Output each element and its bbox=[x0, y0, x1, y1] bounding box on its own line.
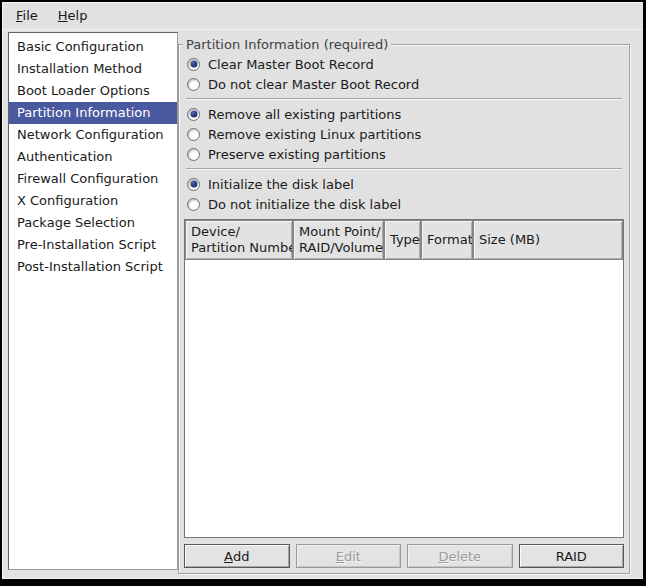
column-header-type-label: Type bbox=[390, 232, 415, 248]
separator bbox=[186, 98, 622, 100]
column-header-device-line1: Device/ bbox=[191, 224, 287, 240]
radio-initialize-disk-label[interactable]: Initialize the disk label bbox=[184, 174, 624, 194]
window-content: File Help Basic Configuration Installati… bbox=[2, 2, 643, 579]
sidebar-item-post-installation-script[interactable]: Post-Installation Script bbox=[9, 256, 177, 278]
menu-help-mnemonic: H bbox=[58, 8, 68, 23]
radio-preserve-partitions-label: Preserve existing partitions bbox=[208, 147, 386, 162]
delete-button[interactable]: Delete bbox=[407, 544, 513, 568]
column-header-size[interactable]: Size (MB) bbox=[473, 220, 623, 260]
column-header-mount-point-line2: RAID/Volume bbox=[299, 240, 378, 256]
column-header-mount-point-line1: Mount Point/ bbox=[299, 224, 378, 240]
add-button[interactable]: Add bbox=[184, 544, 290, 568]
menu-help-label: elp bbox=[68, 8, 88, 23]
radio-do-not-initialize-disk-label[interactable]: Do not initialize the disk label bbox=[184, 194, 624, 214]
menubar: File Help bbox=[2, 2, 643, 30]
radio-clear-mbr[interactable]: Clear Master Boot Record bbox=[184, 54, 624, 74]
radio-remove-linux-partitions-label: Remove existing Linux partitions bbox=[208, 127, 421, 142]
edit-button[interactable]: Edit bbox=[296, 544, 402, 568]
raid-button-label: RAID bbox=[556, 549, 587, 564]
column-header-device-line2: Partition Number bbox=[191, 240, 287, 256]
add-button-label: dd bbox=[233, 549, 250, 564]
partition-table-body[interactable] bbox=[185, 260, 623, 537]
radio-button-icon bbox=[187, 148, 200, 161]
sidebar-item-firewall-configuration[interactable]: Firewall Configuration bbox=[9, 168, 177, 190]
radio-remove-linux-partitions[interactable]: Remove existing Linux partitions bbox=[184, 124, 624, 144]
column-header-type[interactable]: Type bbox=[384, 220, 421, 260]
column-header-mount-point[interactable]: Mount Point/ RAID/Volume bbox=[293, 220, 384, 260]
sidebar-item-installation-method[interactable]: Installation Method bbox=[9, 58, 177, 80]
sidebar-item-authentication[interactable]: Authentication bbox=[9, 146, 177, 168]
category-list: Basic Configuration Installation Method … bbox=[8, 32, 178, 570]
radio-initialize-disk-label-label: Initialize the disk label bbox=[208, 177, 354, 192]
add-button-mnemonic: A bbox=[224, 549, 233, 564]
radio-remove-all-partitions-label: Remove all existing partitions bbox=[208, 107, 401, 122]
radio-remove-all-partitions[interactable]: Remove all existing partitions bbox=[184, 104, 624, 124]
application-window: File Help Basic Configuration Installati… bbox=[0, 0, 646, 586]
raid-button[interactable]: RAID bbox=[519, 544, 625, 568]
sidebar-item-basic-configuration[interactable]: Basic Configuration bbox=[9, 36, 177, 58]
panel-legend: Partition Information (required) bbox=[183, 36, 391, 53]
radio-do-not-initialize-disk-label-label: Do not initialize the disk label bbox=[208, 197, 401, 212]
partition-information-panel: Partition Information (required) Clear M… bbox=[178, 44, 630, 574]
edit-button-mnemonic: E bbox=[336, 549, 344, 564]
radio-button-icon bbox=[187, 78, 200, 91]
table-actions: Add Edit Delete RAID bbox=[184, 544, 624, 568]
sidebar-item-x-configuration[interactable]: X Configuration bbox=[9, 190, 177, 212]
menu-file[interactable]: File bbox=[6, 5, 48, 26]
sidebar-item-partition-information[interactable]: Partition Information bbox=[9, 102, 177, 124]
sidebar-item-pre-installation-script[interactable]: Pre-Installation Script bbox=[9, 234, 177, 256]
radio-button-icon bbox=[187, 108, 200, 121]
delete-button-label: elete bbox=[448, 549, 481, 564]
column-header-size-label: Size (MB) bbox=[479, 232, 617, 248]
column-header-device[interactable]: Device/ Partition Number bbox=[185, 220, 293, 260]
delete-button-mnemonic: D bbox=[438, 549, 448, 564]
radio-button-icon bbox=[187, 178, 200, 191]
radio-do-not-clear-mbr[interactable]: Do not clear Master Boot Record bbox=[184, 74, 624, 94]
column-header-format[interactable]: Format bbox=[421, 220, 473, 260]
sidebar-item-network-configuration[interactable]: Network Configuration bbox=[9, 124, 177, 146]
separator bbox=[186, 168, 622, 170]
radio-button-icon bbox=[187, 128, 200, 141]
radio-button-icon bbox=[187, 198, 200, 211]
radio-preserve-partitions[interactable]: Preserve existing partitions bbox=[184, 144, 624, 164]
radio-clear-mbr-label: Clear Master Boot Record bbox=[208, 57, 374, 72]
menu-file-label: ile bbox=[23, 8, 38, 23]
partition-table: Device/ Partition Number Mount Point/ RA… bbox=[184, 219, 624, 538]
menu-help[interactable]: Help bbox=[48, 5, 98, 26]
partition-table-header: Device/ Partition Number Mount Point/ RA… bbox=[185, 220, 623, 260]
edit-button-label: dit bbox=[344, 549, 361, 564]
column-header-format-label: Format bbox=[427, 232, 467, 248]
radio-button-icon bbox=[187, 58, 200, 71]
radio-do-not-clear-mbr-label: Do not clear Master Boot Record bbox=[208, 77, 419, 92]
sidebar-item-boot-loader-options[interactable]: Boot Loader Options bbox=[9, 80, 177, 102]
sidebar-item-package-selection[interactable]: Package Selection bbox=[9, 212, 177, 234]
